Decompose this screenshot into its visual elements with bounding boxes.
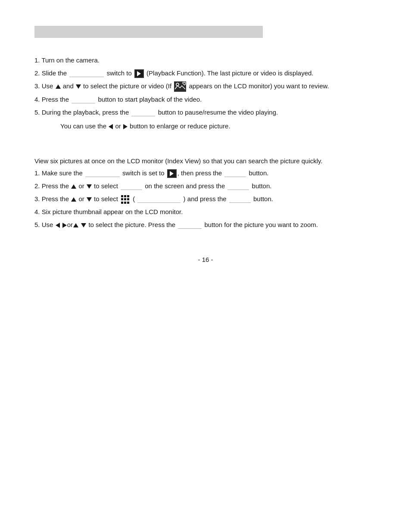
arrow-down-idx3 [87,197,92,202]
arrow-up-idx3 [71,197,76,202]
step-4: 4. Press the button to start playback of… [34,94,377,105]
step-5: 5. During the playback, press the button… [34,107,377,118]
index-step-2: 2. Press the or to select on the screen … [34,181,377,191]
select-blank-idx2 [121,183,142,190]
gray-header-bar [34,26,263,38]
arrow-right-idx5 [62,223,67,228]
play-icon [134,69,144,78]
arrow-down-idx2 [87,184,92,189]
index-section: View six pictures at once on the LCD mon… [34,157,377,230]
arrow-right-icon [123,124,128,129]
arrow-up-icon [56,84,61,89]
step-1: 1. Turn on the camera. [34,55,377,65]
button-blank-idx3 [229,196,251,203]
svg-rect-0 [174,81,186,92]
index-steps: 1. Make sure the switch is set to , then… [34,168,377,230]
playback-steps: 1. Turn on the camera. 2. Slide the swit… [34,55,377,118]
image-thumbnail-icon [174,81,186,92]
button-blank-idx5 [178,222,202,229]
arrow-left-icon [109,124,113,129]
note-text: You can use the or button to enlarge or … [60,121,377,131]
grid-icon [121,195,130,204]
page-container: 1. Turn on the camera. 2. Slide the swit… [0,0,411,532]
arrow-up-idx2 [71,184,76,189]
step-2: 2. Slide the switch to (Playback Functio… [34,68,377,78]
arrow-up-idx5 [73,223,78,227]
button-blank-4 [72,96,95,103]
arrow-down-idx5 [81,223,86,227]
switch-blank-idx1 [85,170,120,177]
button-blank-idx2 [227,183,249,190]
index-step-5: 5. Use or to select the picture. Press t… [34,220,377,230]
switch-blank [69,70,104,77]
button-blank-5 [131,109,155,116]
index-step-4: 4. Six picture thumbnail appear on the L… [34,207,377,217]
playback-section: 1. Turn on the camera. 2. Slide the swit… [34,55,377,131]
play-icon-idx1 [167,169,177,178]
button-blank-idx1 [224,170,246,177]
step-3: 3. Use and to select the picture or vide… [34,81,377,92]
divider [34,144,377,157]
arrow-left-idx5 [56,223,60,228]
grid-label-blank [137,196,181,203]
index-step-3: 3. Press the or to select ( ) and press … [34,194,377,204]
arrow-down-icon [76,84,81,89]
index-intro: View six pictures at once on the LCD mon… [34,157,377,165]
page-number: - 16 - [34,256,377,263]
index-step-1: 1. Make sure the switch is set to , then… [34,168,377,178]
